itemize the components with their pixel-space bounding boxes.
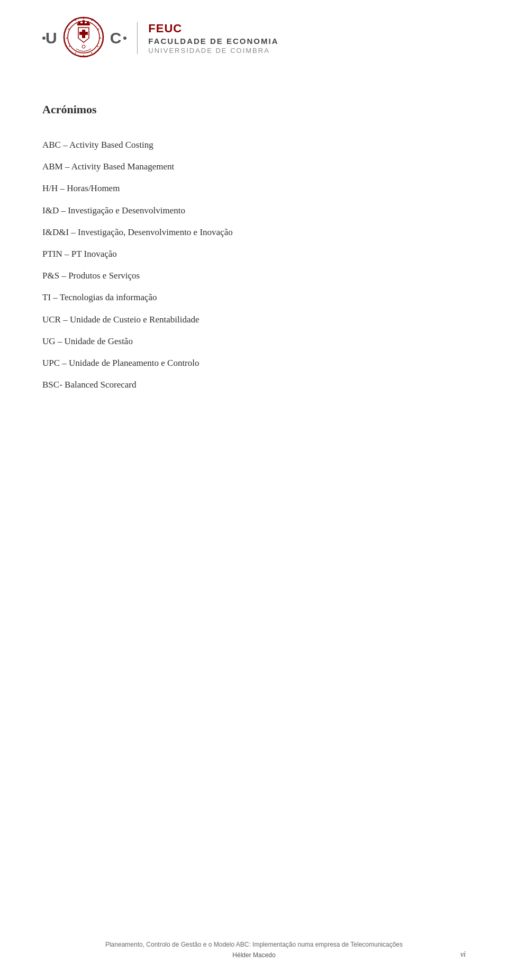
footer-author: Hélder Macedo	[0, 951, 508, 959]
svg-rect-3	[78, 21, 80, 24]
svg-rect-4	[83, 20, 85, 24]
list-item: ABM – Activity Based Management	[42, 159, 466, 174]
university-name: UNIVERSIDADE DE COIMBRA	[148, 47, 278, 55]
page-title: Acrónimos	[42, 103, 466, 116]
acronym-list: ABC – Activity Based CostingABM – Activi…	[42, 138, 466, 392]
svg-point-16	[69, 46, 70, 47]
c-letter: C	[110, 29, 122, 47]
list-item: P&S – Produtos e Serviços	[42, 268, 466, 283]
list-item: UG – Unidade de Gestão	[42, 334, 466, 348]
list-item: BSC- Balanced Scorecard	[42, 377, 466, 392]
svg-point-20	[82, 45, 85, 48]
list-item: UCR – Unidade de Custeio e Rentabilidade	[42, 312, 466, 327]
svg-point-13	[100, 38, 101, 39]
svg-point-10	[75, 20, 76, 21]
list-item: UPC – Unidade de Planeamento e Controlo	[42, 356, 466, 370]
page-header: U	[42, 0, 466, 71]
list-item: PTIN – PT Inovação	[42, 247, 466, 261]
list-item: I&D – Investigação e Desenvolvimento	[42, 203, 466, 218]
svg-point-11	[98, 29, 99, 30]
list-item: I&D&I – Investigação, Desenvolvimento e …	[42, 225, 466, 239]
svg-point-18	[75, 52, 76, 53]
header-right-text: FEUC FACULDADE DE ECONOMIA UNIVERSIDADE …	[148, 22, 278, 55]
svg-point-15	[97, 46, 98, 47]
dot-right	[123, 37, 126, 40]
page-number: vi	[460, 950, 466, 959]
university-seal	[62, 16, 105, 60]
page-container: U	[0, 0, 508, 980]
svg-point-8	[83, 18, 84, 19]
faculty-name: FACULDADE DE ECONOMIA	[148, 35, 278, 47]
svg-point-9	[91, 20, 92, 21]
logo-area: U	[42, 16, 126, 60]
svg-point-19	[83, 55, 84, 56]
page-footer: Planeamento, Controlo de Gestão e o Mode…	[0, 941, 508, 959]
u-letter: U	[46, 29, 57, 47]
svg-point-14	[66, 38, 67, 39]
list-item: H/H – Horas/Homem	[42, 181, 466, 195]
list-item: TI – Tecnologias da informação	[42, 290, 466, 304]
svg-rect-5	[87, 21, 89, 24]
svg-rect-7	[79, 32, 88, 35]
svg-point-12	[68, 29, 69, 30]
header-divider	[137, 22, 138, 54]
list-item: ABC – Activity Based Costing	[42, 138, 466, 152]
feuc-label: FEUC	[148, 22, 278, 35]
svg-point-17	[91, 52, 92, 53]
footer-title: Planeamento, Controlo de Gestão e o Mode…	[0, 941, 508, 948]
